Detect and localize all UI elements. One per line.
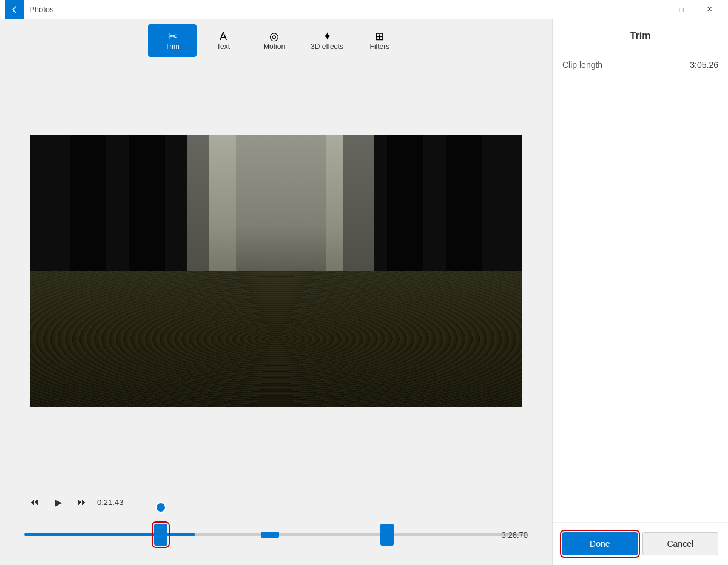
effects-icon: ✦ [323,31,332,42]
editor-area: ✂ Trim A Text ◎ Motion ✦ 3D effects ⊞ Fi… [0,19,552,565]
window-controls: ─ □ ✕ [639,0,723,19]
motion-label: Motion [263,43,285,50]
trim-icon: ✂ [168,31,177,42]
panel-content: Clip length 3:05.26 [553,50,728,522]
effects-button[interactable]: ✦ 3D effects [301,24,353,57]
filters-label: Filters [370,43,390,50]
clip-info-row: Clip length 3:05.26 [562,60,718,70]
right-panel: Trim Clip length 3:05.26 Done Cancel [552,19,728,565]
cancel-button[interactable]: Cancel [642,532,719,555]
main-container: ✂ Trim A Text ◎ Motion ✦ 3D effects ⊞ Fi… [0,19,728,565]
close-button[interactable]: ✕ [695,0,723,19]
toolbar: ✂ Trim A Text ◎ Motion ✦ 3D effects ⊞ Fi… [0,19,552,62]
text-label: Text [217,43,230,50]
panel-title: Trim [553,19,728,50]
skip-back-button[interactable]: ⏮ [24,492,44,512]
scrubber-indicator[interactable] [261,532,279,538]
panel-actions: Done Cancel [553,522,728,565]
trim-handle-left[interactable] [154,524,167,546]
end-time: 3:26.70 [502,530,528,540]
trim-handle-right[interactable] [380,524,394,546]
clip-length-label: Clip length [562,60,602,70]
filters-icon: ⊞ [375,31,384,42]
trim-block-left[interactable] [154,524,167,546]
timeline-area: ⏮ ▶ ⏭ 0:21.43 [0,480,552,565]
done-button[interactable]: Done [562,532,638,555]
text-button[interactable]: A Text [199,24,248,57]
titlebar: Photos ─ □ ✕ [0,0,728,19]
trim-label: Trim [165,43,180,50]
video-container [0,62,552,480]
trim-circle [155,502,166,513]
video-frame [30,135,522,407]
motion-button[interactable]: ◎ Motion [250,24,298,57]
timeline-track[interactable]: 3:26.70 [24,517,528,553]
app-title: Photos [29,5,639,14]
clip-length-value: 3:05.26 [690,60,718,70]
playback-controls: ⏮ ▶ ⏭ 0:21.43 [24,492,528,512]
current-time: 0:21.43 [97,498,130,507]
minimize-button[interactable]: ─ [639,0,667,19]
trim-block-right[interactable] [380,524,394,546]
trim-button[interactable]: ✂ Trim [148,24,197,57]
timeline-filled [24,533,195,536]
maximize-button[interactable]: □ [667,0,695,19]
effects-label: 3D effects [311,43,343,50]
play-button[interactable]: ▶ [49,492,68,512]
skip-forward-button[interactable]: ⏭ [73,492,92,512]
filters-button[interactable]: ⊞ Filters [356,24,404,57]
back-icon [11,6,18,13]
text-icon: A [220,31,227,42]
back-button[interactable] [5,0,24,19]
video-content [30,135,522,407]
motion-icon: ◎ [269,31,279,42]
scrubber-bar [261,532,279,538]
